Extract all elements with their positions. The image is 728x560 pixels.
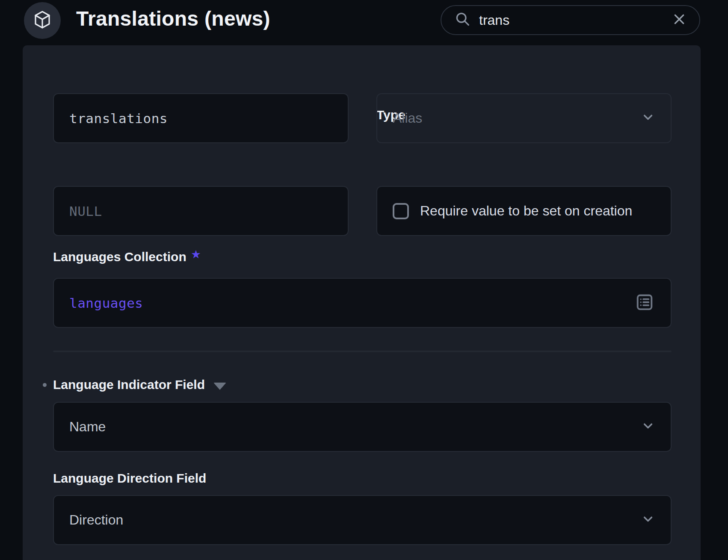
type-select: Alias: [376, 93, 672, 143]
section-divider: [53, 351, 672, 352]
required-checkbox[interactable]: [393, 203, 409, 219]
default-value-input[interactable]: NULL: [53, 186, 349, 236]
language-indicator-label: Language Indicator Field: [43, 377, 226, 393]
field-options-caret-icon[interactable]: [213, 383, 226, 390]
page-title: Translations (news): [76, 6, 270, 32]
search-box[interactable]: trans: [441, 5, 700, 35]
language-indicator-select[interactable]: Name: [53, 402, 672, 452]
language-direction-label: Language Direction Field: [53, 470, 672, 486]
collection-icon-badge: [24, 2, 61, 39]
search-icon: [454, 11, 471, 29]
chevron-down-icon: [640, 418, 656, 436]
clear-search-icon[interactable]: [670, 10, 688, 30]
drawer-header: Translations (news) trans: [0, 0, 728, 45]
required-checkbox-group[interactable]: Require value to be set on creation: [376, 186, 672, 236]
language-direction-select[interactable]: Direction: [53, 495, 672, 545]
list-alt-icon[interactable]: [635, 292, 654, 314]
edited-dot-icon: [43, 383, 47, 387]
search-input[interactable]: trans: [479, 12, 663, 28]
languages-collection-input[interactable]: languages: [53, 278, 672, 328]
field-config-screen: Translations (news) trans Key★ t: [0, 0, 728, 560]
key-input[interactable]: translations: [53, 93, 349, 143]
required-star-icon: ★: [192, 246, 201, 262]
languages-collection-label: Languages Collection★: [53, 249, 349, 265]
cube-icon: [32, 9, 53, 32]
chevron-down-icon: [640, 511, 656, 529]
required-checkbox-label: Require value to be set on creation: [420, 203, 632, 219]
chevron-down-icon: [640, 109, 656, 127]
field-detail-panel: Key★ translations Type Alias Default Val…: [23, 45, 701, 560]
input-placeholder: NULL: [69, 203, 102, 219]
